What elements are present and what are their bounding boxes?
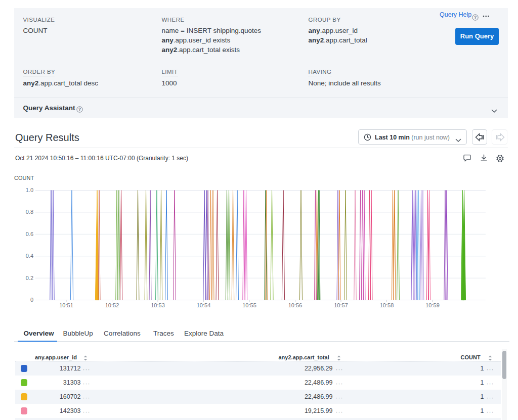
svg-text:10:51: 10:51 (59, 302, 73, 308)
svg-text:10:56: 10:56 (288, 302, 303, 308)
svg-text:10:57: 10:57 (334, 302, 348, 308)
svg-text:1.0: 1.0 (26, 187, 33, 193)
svg-text:10:55: 10:55 (242, 302, 256, 308)
svg-text:10:59: 10:59 (425, 302, 440, 308)
svg-text:0.2: 0.2 (26, 275, 33, 281)
svg-text:0.6: 0.6 (26, 231, 33, 237)
svg-text:10:52: 10:52 (105, 302, 119, 308)
svg-text:?: ? (78, 107, 81, 112)
svg-text:0.4: 0.4 (26, 253, 33, 259)
svg-text:10:53: 10:53 (151, 302, 165, 308)
svg-text:0: 0 (30, 297, 33, 303)
svg-text:10:58: 10:58 (380, 302, 394, 308)
svg-text:0.8: 0.8 (26, 209, 33, 215)
svg-text:10:54: 10:54 (197, 302, 211, 308)
svg-text:?: ? (474, 15, 477, 20)
